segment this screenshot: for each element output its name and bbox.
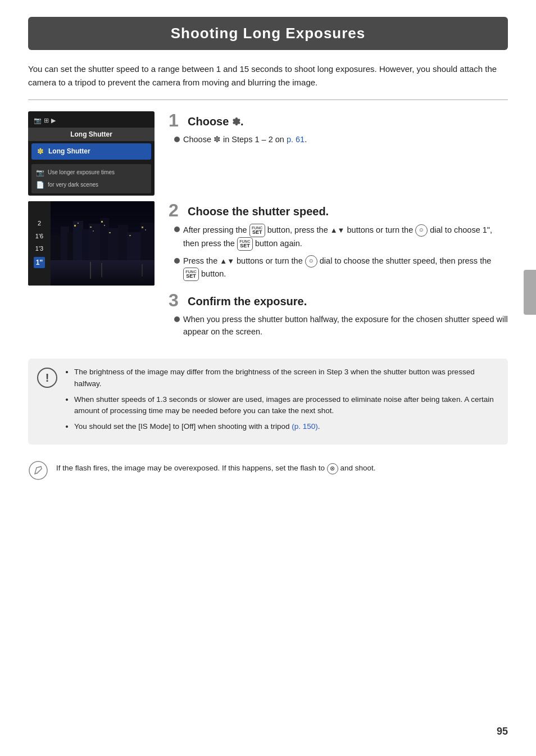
- pencil-icon: [29, 461, 48, 480]
- menu-desc-row1: 📷 Use longer exposure times: [36, 166, 147, 179]
- step2-row: 2 1'6 1'3 1": [28, 201, 508, 286]
- svg-rect-24: [101, 263, 102, 277]
- menu-top-bar: 📷 ⊞ ▶: [28, 116, 155, 125]
- page-title: Shooting Long Exposures: [39, 22, 497, 44]
- step1-number: 1: [169, 111, 184, 129]
- section-divider: [28, 99, 508, 100]
- bullet-dot-2b: [174, 258, 180, 264]
- step3-bullet1: When you press the shutter button halfwa…: [174, 314, 508, 338]
- svg-rect-18: [109, 232, 111, 233]
- step2-image: 2 1'6 1'3 1": [28, 201, 155, 286]
- menu-selected-row: ✽ Long Shutter: [31, 143, 151, 160]
- long-shutter-icon: ✽: [37, 146, 44, 157]
- menu-desc-icon2: 📄: [36, 180, 44, 190]
- side-tab: [524, 270, 536, 315]
- steps-area: 📷 ⊞ ▶ Long Shutter ✽ Long Shutter: [28, 111, 508, 348]
- step3-bullets: When you press the shutter button halfwa…: [169, 314, 508, 338]
- intro-text: You can set the shutter speed to a range…: [28, 62, 508, 89]
- menu-desc-icon1: 📷: [36, 168, 44, 178]
- svg-rect-20: [142, 227, 143, 228]
- bullet-dot: [174, 137, 180, 142]
- svg-rect-16: [101, 221, 103, 223]
- step2-header: 2 Choose the shutter speed.: [169, 201, 508, 219]
- note-item-2: When shutter speeds of 1.3 seconds or sl…: [74, 394, 499, 418]
- step1-row: 📷 ⊞ ▶ Long Shutter ✽ Long Shutter: [28, 111, 508, 196]
- step1-bullet1: Choose ✽ in Steps 1 – 2 on p. 61.: [174, 134, 508, 146]
- shutter-val-2: 2: [38, 219, 41, 228]
- step1-title: Choose ✽.: [188, 111, 243, 129]
- svg-rect-17: [104, 225, 105, 226]
- night-scene-svg: [51, 201, 155, 286]
- notes-icon: !: [37, 368, 57, 388]
- step3-images: [28, 291, 157, 297]
- menu-desc-text2: for very dark scenes: [48, 180, 98, 189]
- step3-number: 3: [169, 291, 184, 309]
- tip-box: If the flash fires, the image may be ove…: [28, 455, 508, 486]
- step1-images: 📷 ⊞ ▶ Long Shutter ✽ Long Shutter: [28, 111, 157, 196]
- svg-rect-22: [51, 260, 155, 286]
- svg-rect-13: [78, 223, 79, 224]
- step2-images: 2 1'6 1'3 1": [28, 201, 157, 286]
- tip-icon: [28, 460, 48, 481]
- step3-row: 3 Confirm the exposure. When you press t…: [28, 291, 508, 343]
- step3-header: 3 Confirm the exposure.: [169, 291, 508, 309]
- menu-icon-play: ▶: [51, 116, 56, 125]
- dial-icon-1: ⊙: [415, 224, 428, 237]
- menu-title: Long Shutter: [28, 128, 155, 141]
- shutter-val-1: 1": [34, 257, 45, 268]
- night-scene-main: [51, 201, 155, 286]
- svg-rect-12: [74, 225, 76, 227]
- menu-desc-row2: 📄 for very dark scenes: [36, 179, 147, 191]
- menu-selected-label: Long Shutter: [48, 146, 90, 156]
- page-title-bar: Shooting Long Exposures: [28, 17, 508, 50]
- step1-icon: ✽: [232, 116, 240, 128]
- menu-icon-grid: ⊞: [44, 116, 49, 125]
- step1-header: 1 Choose ✽.: [169, 111, 508, 129]
- note-item-1: The brightness of the image may differ f…: [74, 366, 499, 390]
- svg-rect-14: [90, 227, 92, 228]
- step2-bullet2-text: Press the ▲▼ buttons or turn the ⊙ dial …: [183, 255, 508, 281]
- step2-content: 2 Choose the shutter speed. After pressi…: [169, 201, 508, 286]
- step1-image: 📷 ⊞ ▶ Long Shutter ✽ Long Shutter: [28, 111, 155, 196]
- menu-desc-text1: Use longer exposure times: [48, 168, 115, 176]
- arrow-updown-2: ▲▼: [220, 256, 234, 267]
- step2-bullet2: Press the ▲▼ buttons or turn the ⊙ dial …: [174, 255, 508, 281]
- svg-rect-23: [90, 262, 91, 279]
- menu-screen: 📷 ⊞ ▶ Long Shutter ✽ Long Shutter: [28, 111, 155, 196]
- dial-icon-2: ⊙: [305, 255, 317, 268]
- notes-icon-label: !: [46, 369, 49, 386]
- menu-icon-camera: 📷: [34, 116, 42, 125]
- note-link[interactable]: (p. 150): [292, 422, 318, 431]
- menu-desc-box: 📷 Use longer exposure times 📄 for very d…: [31, 164, 151, 193]
- night-left-panel: 2 1'6 1'3 1": [28, 201, 51, 286]
- func-btn-inline-3: FUNCSET: [183, 268, 199, 281]
- svg-point-26: [29, 461, 47, 479]
- notes-box: ! The brightness of the image may differ…: [28, 359, 508, 445]
- step2-number: 2: [169, 201, 184, 219]
- page-number: 95: [497, 724, 508, 739]
- notes-list: The brightness of the image may differ f…: [65, 366, 499, 437]
- menu-top-icons: 📷 ⊞ ▶: [34, 116, 56, 125]
- step2-title: Choose the shutter speed.: [188, 201, 329, 218]
- step1-bullet1-text: Choose ✽ in Steps 1 – 2 on p. 61.: [183, 134, 307, 146]
- flash-off-icon: ⊗: [327, 463, 338, 474]
- step1-content: 1 Choose ✽. Choose ✽ in Steps 1 – 2 on p…: [169, 111, 508, 151]
- step3-title: Confirm the exposure.: [188, 291, 307, 308]
- step1-bullets: Choose ✽ in Steps 1 – 2 on p. 61.: [169, 134, 508, 146]
- svg-rect-15: [93, 230, 94, 232]
- svg-rect-19: [129, 235, 131, 236]
- bullet-dot-2a: [174, 227, 180, 232]
- step1-link[interactable]: p. 61: [287, 135, 305, 144]
- shutter-val-13: 1'3: [35, 244, 43, 253]
- svg-rect-25: [142, 264, 143, 277]
- arrow-updown-1: ▲▼: [330, 225, 345, 236]
- note-item-3: You should set the [IS Mode] to [Off] wh…: [74, 421, 499, 433]
- step3-bullet1-text: When you press the shutter button halfwa…: [183, 314, 508, 338]
- svg-rect-21: [145, 229, 146, 230]
- tip-text: If the flash fires, the image may be ove…: [56, 460, 376, 474]
- step2-bullet1: After pressing the FUNCSET button, press…: [174, 224, 508, 251]
- func-btn-inline-1: FUNCSET: [249, 224, 265, 237]
- step3-content: 3 Confirm the exposure. When you press t…: [169, 291, 508, 343]
- night-scene: 2 1'6 1'3 1": [28, 201, 155, 286]
- func-btn-inline-2: FUNCSET: [237, 237, 253, 251]
